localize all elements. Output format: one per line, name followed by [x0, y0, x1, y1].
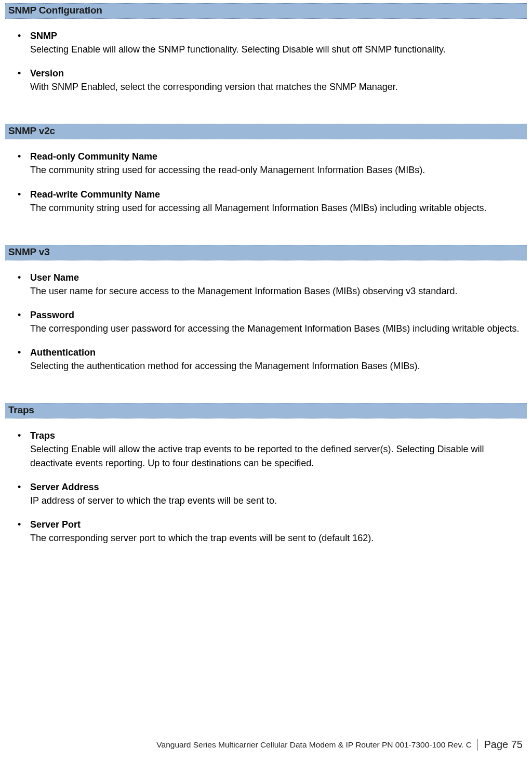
list-item: Authentication Selecting the authenticat…	[21, 346, 527, 373]
item-desc: Selecting the authentication method for …	[30, 361, 420, 371]
item-desc: The user name for secure access to the M…	[30, 286, 457, 296]
section-items: Traps Selecting Enable will allow the ac…	[5, 429, 527, 545]
item-title: Version	[30, 67, 527, 80]
section-items: Read-only Community Name The community s…	[5, 150, 527, 214]
list-item: Password The corresponding user password…	[21, 308, 527, 335]
item-title: Server Address	[30, 480, 527, 494]
item-desc: The corresponding user password for acce…	[30, 323, 519, 334]
list-item: Server Port The corresponding server por…	[21, 518, 527, 545]
list-item: Version With SNMP Enabled, select the co…	[21, 67, 527, 94]
item-title: User Name	[30, 271, 527, 284]
section-header: SNMP Configuration	[5, 3, 527, 19]
item-title: Read-only Community Name	[30, 150, 527, 163]
item-title: SNMP	[30, 29, 527, 43]
item-title: Authentication	[30, 346, 527, 359]
section-items: SNMP Selecting Enable will allow the SNM…	[5, 29, 527, 94]
document-page: SNMP Configuration SNMP Selecting Enable…	[0, 0, 532, 545]
list-item: User Name The user name for secure acces…	[21, 271, 527, 298]
list-item: Traps Selecting Enable will allow the ac…	[21, 429, 527, 469]
item-desc: Selecting Enable will allow the active t…	[30, 444, 484, 468]
list-item: Read-only Community Name The community s…	[21, 150, 527, 177]
section-items: User Name The user name for secure acces…	[5, 271, 527, 373]
item-desc: With SNMP Enabled, select the correspond…	[30, 82, 398, 92]
item-title: Password	[30, 308, 527, 322]
footer-page-number: Page 75	[484, 739, 523, 750]
item-desc: The community string used for accessing …	[30, 203, 486, 213]
section-header: SNMP v3	[5, 245, 527, 260]
item-desc: The community string used for accessing …	[30, 165, 425, 175]
section-header: SNMP v2c	[5, 124, 527, 139]
item-desc: Selecting Enable will allow the SNMP fun…	[30, 44, 446, 55]
item-title: Read-write Community Name	[30, 188, 527, 201]
section-header: Traps	[5, 403, 527, 418]
item-desc: The corresponding server port to which t…	[30, 533, 374, 543]
item-desc: IP address of server to which the trap e…	[30, 495, 277, 506]
footer-separator	[477, 739, 477, 751]
list-item: SNMP Selecting Enable will allow the SNM…	[21, 29, 527, 56]
page-footer: Vanguard Series Multicarrier Cellular Da…	[156, 739, 523, 751]
item-title: Server Port	[30, 518, 527, 531]
list-item: Server Address IP address of server to w…	[21, 480, 527, 507]
item-title: Traps	[30, 429, 527, 442]
list-item: Read-write Community Name The community …	[21, 188, 527, 215]
footer-doc-title: Vanguard Series Multicarrier Cellular Da…	[156, 740, 472, 749]
